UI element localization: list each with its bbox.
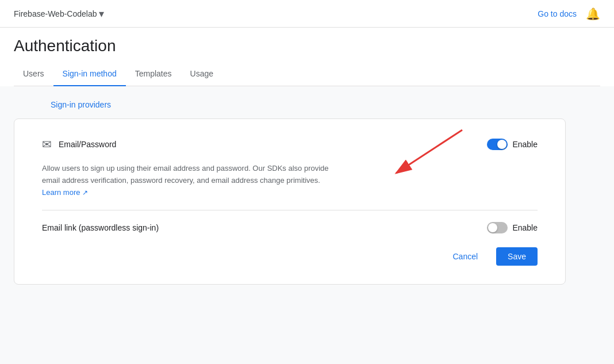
- email-password-enable-label: Enable: [512, 140, 538, 149]
- bell-icon[interactable]: 🔔: [586, 7, 600, 21]
- email-password-description: Allow users to sign up using their email…: [42, 163, 341, 198]
- email-icon: ✉: [42, 137, 52, 151]
- top-bar-right: Go to docs 🔔: [538, 7, 600, 21]
- main-header: Authentication Users Sign-in method Temp…: [0, 28, 614, 86]
- external-link-icon: ↗: [80, 189, 87, 197]
- project-name[interactable]: Firebase-Web-Codelab: [14, 9, 97, 18]
- button-row: Cancel Save: [42, 247, 538, 266]
- tabs: Users Sign-in method Templates Usage: [14, 62, 600, 86]
- email-link-right: Enable: [487, 222, 538, 233]
- top-bar: Firebase-Web-Codelab ▾ Go to docs 🔔: [0, 0, 614, 28]
- email-password-row: ✉ Email/Password Enable: [42, 137, 538, 151]
- content-area: Sign-in providers ✉ Email/Password Enabl…: [0, 86, 614, 298]
- email-password-label: Email/Password: [59, 140, 116, 149]
- email-link-label: Email link (passwordless sign-in): [42, 223, 159, 232]
- go-to-docs-link[interactable]: Go to docs: [538, 9, 577, 18]
- email-link-toggle[interactable]: [487, 222, 508, 233]
- email-password-toggle[interactable]: [487, 139, 508, 150]
- email-password-left: ✉ Email/Password: [42, 137, 116, 151]
- tab-templates[interactable]: Templates: [126, 62, 181, 86]
- tab-usage[interactable]: Usage: [181, 62, 222, 86]
- divider: [42, 210, 538, 210]
- card-wrapper: ✉ Email/Password Enable Allow users to s…: [14, 118, 600, 285]
- email-link-enable-label: Enable: [512, 223, 538, 232]
- cancel-button[interactable]: Cancel: [441, 247, 489, 266]
- email-link-row: Email link (passwordless sign-in) Enable: [42, 222, 538, 233]
- learn-more-link[interactable]: Learn more ↗: [42, 188, 88, 197]
- tab-users[interactable]: Users: [14, 62, 53, 86]
- email-password-right: Enable: [487, 139, 538, 150]
- providers-card: ✉ Email/Password Enable Allow users to s…: [14, 118, 566, 285]
- top-bar-left: Firebase-Web-Codelab ▾: [14, 7, 104, 20]
- chevron-down-icon[interactable]: ▾: [99, 7, 104, 20]
- save-button[interactable]: Save: [496, 247, 538, 266]
- tab-signin-method[interactable]: Sign-in method: [53, 62, 126, 86]
- page-title: Authentication: [14, 37, 600, 55]
- section-title: Sign-in providers: [14, 100, 600, 109]
